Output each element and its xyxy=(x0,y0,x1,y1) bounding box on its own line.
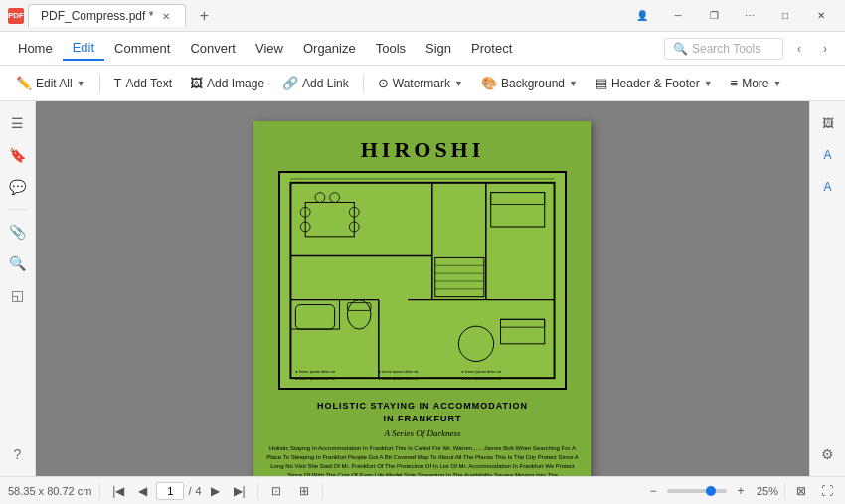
menu-edit[interactable]: Edit xyxy=(63,36,104,61)
page-subtitle: HOLISTIC STAYING IN ACCOMMODATIONIN FRAN… xyxy=(317,400,528,424)
svg-text:● lorem ipsum dolor sit: ● lorem ipsum dolor sit xyxy=(461,376,501,381)
reset-view-button[interactable]: ⊞ xyxy=(294,481,314,501)
menu-bar: Home Edit Comment Convert View Organize … xyxy=(0,32,845,66)
nav-back[interactable]: ‹ xyxy=(787,37,811,61)
nav-next-page[interactable]: ▶ xyxy=(206,481,226,501)
header-footer-icon: ▤ xyxy=(595,76,607,90)
watermark-button[interactable]: ⊙ Watermark ▼ xyxy=(370,72,471,94)
edit-all-arrow: ▼ xyxy=(77,79,85,88)
add-link-icon: 🔗 xyxy=(282,76,298,90)
document-area[interactable]: HIROSHI xyxy=(36,101,809,476)
pdf-page: HIROSHI xyxy=(254,121,592,476)
nav-arrows: ‹ › xyxy=(787,37,837,61)
search-placeholder: Search Tools xyxy=(692,42,760,56)
zoom-bar: − + xyxy=(643,481,751,501)
add-link-label: Add Link xyxy=(302,77,349,90)
menu-tools[interactable]: Tools xyxy=(366,37,416,60)
right-sidebar-icon1[interactable]: 🖼 xyxy=(814,109,842,137)
right-sidebar-ai2[interactable]: A xyxy=(814,173,842,201)
search-icon: 🔍 xyxy=(673,42,688,56)
menu-view[interactable]: View xyxy=(246,37,293,60)
total-pages: 4 xyxy=(195,485,201,497)
bottom-sep-4 xyxy=(784,483,785,499)
fit-page-button[interactable]: ⊡ xyxy=(266,481,286,501)
right-sidebar: 🖼 A A ⚙ xyxy=(809,101,845,476)
menu-comment[interactable]: Comment xyxy=(104,37,180,60)
sidebar-help-icon[interactable]: ? xyxy=(4,440,32,468)
right-sidebar-settings[interactable]: ⚙ xyxy=(814,440,842,468)
nav-forward[interactable]: › xyxy=(813,37,837,61)
zoom-in-button[interactable]: + xyxy=(731,481,751,501)
zoom-slider[interactable] xyxy=(667,489,727,493)
minimize-button[interactable]: ─ xyxy=(662,6,694,26)
more-button[interactable]: ≡ More ▼ xyxy=(723,72,790,94)
fit-width-button[interactable]: ⊠ xyxy=(791,481,811,501)
menu-convert[interactable]: Convert xyxy=(180,37,246,60)
page-slash: / xyxy=(188,485,191,497)
maximize-button[interactable]: □ xyxy=(769,6,801,26)
search-tools-input[interactable]: 🔍 Search Tools xyxy=(664,38,783,60)
background-button[interactable]: 🎨 Background ▼ xyxy=(473,72,586,94)
page-navigation: |◀ ◀ / 4 ▶ ▶| xyxy=(108,481,249,501)
bottom-sep-1 xyxy=(99,483,100,499)
svg-text:● lorem ipsum dolor sit: ● lorem ipsum dolor sit xyxy=(379,369,419,374)
sidebar-attachment-icon[interactable]: 📎 xyxy=(4,218,32,246)
nav-prev-page[interactable]: ◀ xyxy=(132,481,152,501)
left-sidebar: ☰ 🔖 💬 📎 🔍 ◱ ? xyxy=(0,101,36,476)
page-body-text: Holistic Staying In Accommodation In Fra… xyxy=(265,444,580,476)
zoom-level: 25% xyxy=(757,485,778,497)
menu-right: 🔍 Search Tools ‹ › xyxy=(664,37,837,61)
add-text-button[interactable]: T Add Text xyxy=(106,72,180,94)
new-tab-button[interactable]: + xyxy=(190,2,218,30)
tab-close-button[interactable]: ✕ xyxy=(159,9,173,23)
bottom-bar-right: − + 25% ⊠ ⛶ xyxy=(643,481,837,501)
add-text-label: Add Text xyxy=(126,77,172,90)
add-image-icon: 🖼 xyxy=(190,76,203,90)
active-tab[interactable]: PDF_Compress.pdf * ✕ xyxy=(28,4,186,27)
menu-protect[interactable]: Protect xyxy=(461,37,522,60)
nav-last-page[interactable]: ▶| xyxy=(230,481,250,501)
right-sidebar-ai1[interactable]: A xyxy=(814,141,842,169)
sidebar-panel-icon[interactable]: ☰ xyxy=(4,109,32,137)
menu-organize[interactable]: Organize xyxy=(293,37,366,60)
restore-button[interactable]: ❐ xyxy=(698,6,730,26)
toolbar-sep-1 xyxy=(99,74,100,93)
close-button[interactable]: ✕ xyxy=(805,6,837,26)
header-footer-button[interactable]: ▤ Header & Footer ▼ xyxy=(588,72,721,94)
user-icon-button[interactable]: 👤 xyxy=(626,6,658,26)
add-image-button[interactable]: 🖼 Add Image xyxy=(182,72,272,94)
page-title: HIROSHI xyxy=(361,137,485,163)
fullscreen-button[interactable]: ⛶ xyxy=(817,481,837,501)
current-page-input[interactable] xyxy=(156,482,184,500)
header-footer-label: Header & Footer xyxy=(611,77,700,90)
edit-all-label: Edit All xyxy=(36,77,73,90)
nav-first-page[interactable]: |◀ xyxy=(108,481,128,501)
sidebar-sep xyxy=(8,209,28,210)
more-icon: ≡ xyxy=(731,76,739,90)
title-bar-left: PDF PDF_Compress.pdf * ✕ + xyxy=(8,2,626,30)
sidebar-layers-icon[interactable]: ◱ xyxy=(4,281,32,309)
main-area: ☰ 🔖 💬 📎 🔍 ◱ ? HIROSHI xyxy=(0,101,845,476)
zoom-out-button[interactable]: − xyxy=(643,481,663,501)
sidebar-comment-icon[interactable]: 💬 xyxy=(4,173,32,201)
background-label: Background xyxy=(501,77,565,90)
sidebar-bookmark-icon[interactable]: 🔖 xyxy=(4,141,32,169)
more-arrow: ▼ xyxy=(773,79,782,88)
toolbar: ✏️ Edit All ▼ T Add Text 🖼 Add Image 🔗 A… xyxy=(0,66,845,101)
pdf-icon: PDF xyxy=(8,8,24,24)
add-text-icon: T xyxy=(114,76,122,90)
bottom-sep-2 xyxy=(257,483,258,499)
menu-sign[interactable]: Sign xyxy=(416,37,461,60)
edit-all-button[interactable]: ✏️ Edit All ▼ xyxy=(8,72,93,94)
title-bar: PDF PDF_Compress.pdf * ✕ + 👤 ─ ❐ ⋯ □ ✕ xyxy=(0,0,845,32)
title-bar-right: 👤 ─ ❐ ⋯ □ ✕ xyxy=(626,6,837,26)
watermark-arrow: ▼ xyxy=(454,79,463,88)
zoom-thumb xyxy=(706,486,716,496)
svg-rect-0 xyxy=(290,183,554,378)
menu-home[interactable]: Home xyxy=(8,37,63,60)
sidebar-search-icon[interactable]: 🔍 xyxy=(4,250,32,277)
add-link-button[interactable]: 🔗 Add Link xyxy=(274,72,357,94)
page-dimensions: 58.35 x 80.72 cm xyxy=(8,485,91,497)
watermark-label: Watermark xyxy=(393,77,450,90)
overflow-button[interactable]: ⋯ xyxy=(734,6,765,26)
